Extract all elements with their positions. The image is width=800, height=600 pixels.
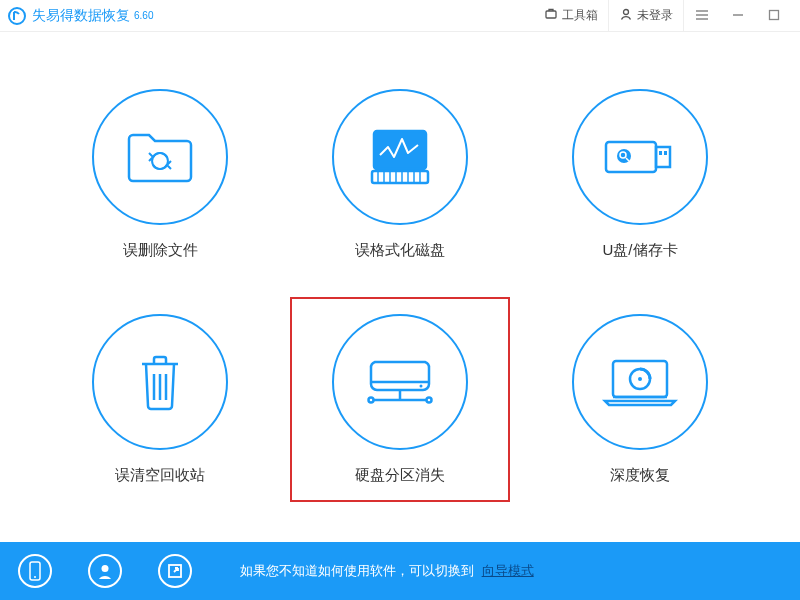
login-button[interactable]: 未登录 [609,0,684,32]
svg-rect-7 [770,10,779,19]
svg-rect-21 [664,151,667,155]
svg-rect-1 [546,11,556,18]
svg-rect-8 [374,131,426,169]
option-lost-partition[interactable]: 硬盘分区消失 [280,287,520,512]
app-version: 6.60 [134,10,153,21]
disk-monitor-icon [332,89,468,225]
minimize-icon [732,7,744,25]
toolbox-icon [544,7,558,24]
usb-search-icon [572,89,708,225]
option-label: 硬盘分区消失 [355,466,445,485]
trash-icon [92,314,228,450]
option-deep-recovery[interactable]: 深度恢复 [520,287,760,512]
bottom-user-button[interactable] [70,542,140,600]
menu-icon [695,7,709,25]
svg-point-37 [638,377,642,381]
bottom-export-button[interactable] [140,542,210,600]
svg-point-29 [420,385,423,388]
option-label: 误清空回收站 [115,466,205,485]
minimize-button[interactable] [720,0,756,32]
svg-rect-19 [656,147,670,167]
svg-rect-20 [659,151,662,155]
maximize-button[interactable] [756,0,792,32]
option-deleted-files[interactable]: 误删除文件 [40,62,280,287]
person-icon [88,554,122,588]
toolbox-label: 工具箱 [562,7,598,24]
titlebar: 失易得数据恢复 6.60 工具箱 未登录 [0,0,800,32]
wizard-mode-link[interactable]: 向导模式 [482,563,534,578]
app-logo-icon [8,7,26,25]
option-label: U盘/储存卡 [603,241,678,260]
option-label: 误删除文件 [123,241,198,260]
svg-point-40 [102,565,109,572]
laptop-scan-icon [572,314,708,450]
recovery-options-grid: 误删除文件 误格式化磁盘 [0,32,800,542]
option-usb-card[interactable]: U盘/储存卡 [520,62,760,287]
svg-point-32 [369,398,374,403]
bottom-bar: 如果您不知道如何使用软件，可以切换到 向导模式 [0,542,800,600]
option-recycle-bin[interactable]: 误清空回收站 [40,287,280,512]
export-icon [158,554,192,588]
bottom-phone-button[interactable] [0,542,70,600]
footer-hint-text: 如果您不知道如何使用软件，可以切换到 [240,563,474,578]
hard-drive-icon [332,314,468,450]
folder-recycle-icon [92,89,228,225]
phone-icon [18,554,52,588]
svg-point-39 [34,576,36,578]
option-formatted-disk[interactable]: 误格式化磁盘 [280,62,520,287]
option-label: 误格式化磁盘 [355,241,445,260]
svg-point-33 [427,398,432,403]
user-icon [619,7,633,24]
login-label: 未登录 [637,7,673,24]
option-label: 深度恢复 [610,466,670,485]
maximize-icon [768,7,780,25]
svg-point-0 [9,8,25,24]
menu-button[interactable] [684,0,720,32]
toolbox-button[interactable]: 工具箱 [534,0,609,32]
footer-hint: 如果您不知道如何使用软件，可以切换到 向导模式 [210,562,534,580]
svg-rect-18 [606,142,656,172]
svg-point-2 [624,10,629,15]
app-title: 失易得数据恢复 [32,7,130,25]
